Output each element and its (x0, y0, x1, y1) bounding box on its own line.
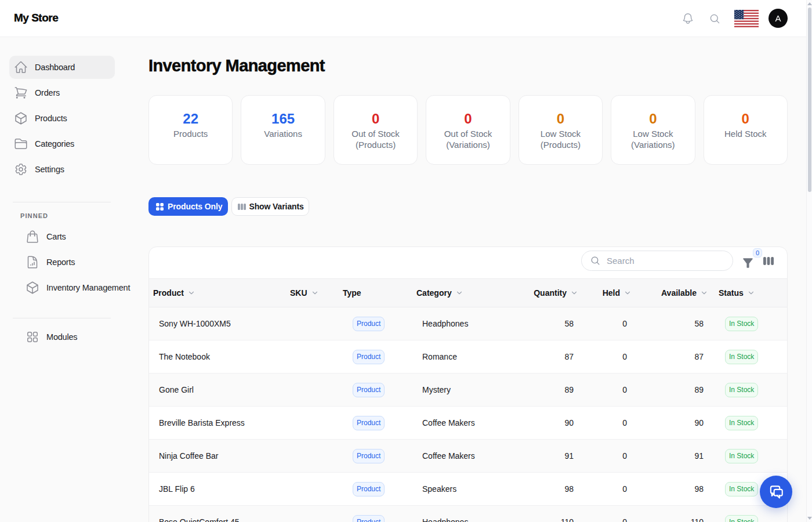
cell-available: 87 (633, 340, 709, 374)
cell-status: In Stock (709, 407, 787, 440)
column-header-label: Status (719, 288, 744, 298)
sidebar-item[interactable]: Dashboard (9, 56, 115, 79)
table-search-input[interactable] (607, 256, 723, 266)
sidebar-item-label: Products (35, 114, 67, 123)
stat-value: 0 (611, 111, 694, 127)
type-badge: Product (353, 350, 385, 364)
column-header-label: Product (153, 288, 184, 298)
sidebar-pinned-item-label: Carts (46, 232, 66, 241)
user-avatar[interactable]: A (768, 9, 788, 28)
page-scrollbar[interactable] (806, 0, 812, 522)
table-row[interactable]: Bose QuietComfort 45 Product Headphones … (149, 506, 787, 522)
stat-card: 0 Out of Stock (Variations) (426, 95, 510, 165)
status-badge: In Stock (725, 449, 758, 463)
scrollbar-down-arrow[interactable] (807, 517, 812, 520)
stat-value: 0 (704, 111, 787, 127)
sidebar-pinned-item[interactable]: Carts (9, 225, 115, 248)
products-only-button[interactable]: Products Only (148, 197, 228, 216)
cell-category: Coffee Makers (412, 407, 527, 440)
column-header[interactable]: Quantity (527, 279, 579, 307)
cell-status: In Stock (709, 340, 787, 374)
sidebar-divider-2 (13, 318, 111, 318)
cell-status: In Stock (709, 374, 787, 407)
stat-card: 0 Held Stock (704, 95, 788, 165)
stat-label: Variations (241, 128, 324, 139)
scrollbar-up-arrow[interactable] (807, 2, 812, 5)
sort-chevron-icon (624, 289, 632, 297)
sidebar-top-spacer (0, 37, 128, 53)
chat-fab-button[interactable] (760, 476, 792, 508)
table-row[interactable]: The Notebook Product Romance 87 0 87 In … (149, 340, 787, 374)
cell-sku (286, 407, 339, 440)
cell-available: 110 (633, 506, 709, 522)
column-header[interactable]: Held (579, 279, 633, 307)
stat-label: Low Stock (Products) (519, 128, 602, 150)
cell-quantity: 98 (527, 473, 579, 506)
sidebar-item[interactable]: Orders (9, 81, 115, 104)
sort-chevron-icon (311, 289, 319, 297)
sidebar-pinned-item-icon (26, 281, 39, 295)
column-header[interactable]: SKU (286, 279, 339, 307)
cell-category: Headphones (412, 307, 527, 340)
global-search-icon[interactable] (709, 13, 720, 24)
sidebar-item-icon (14, 162, 28, 176)
sidebar-pinned-item-icon (26, 255, 39, 269)
stat-value: 165 (241, 111, 324, 127)
sidebar-item[interactable]: Products (9, 107, 115, 130)
filter-icon[interactable] (741, 256, 755, 270)
cell-product: Sony WH-1000XM5 (149, 307, 286, 340)
table-row[interactable]: Ninja Coffee Bar Product Coffee Makers 9… (149, 440, 787, 473)
show-variants-button[interactable]: Show Variants (231, 197, 309, 216)
table-row[interactable]: JBL Flip 6 Product Speakers 98 0 98 In S… (149, 473, 787, 506)
sidebar-item-label: Dashboard (35, 63, 75, 72)
column-header-label: SKU (290, 288, 307, 298)
table-row[interactable]: Breville Barista Express Product Coffee … (149, 407, 787, 440)
table-toolbar: 0 (149, 247, 787, 278)
store-logo[interactable]: My Store (14, 12, 58, 24)
table-row[interactable]: Gone Girl Product Mystery 89 0 89 In Sto… (149, 374, 787, 407)
columns-icon[interactable] (763, 257, 774, 265)
status-badge: In Stock (725, 416, 758, 430)
sidebar-item[interactable]: Settings (9, 158, 115, 181)
stat-label: Products (149, 128, 232, 139)
sidebar-footer-item[interactable]: Modules (9, 325, 115, 349)
column-header[interactable]: Product (149, 279, 286, 307)
type-badge: Product (353, 317, 385, 331)
sort-chevron-icon (455, 289, 463, 297)
sidebar-pinned-item-icon (26, 230, 39, 244)
status-badge: In Stock (725, 482, 758, 496)
sidebar-pinned-item[interactable]: Inventory Management (9, 276, 115, 299)
cell-held: 0 (579, 506, 633, 522)
column-header[interactable]: Available (633, 279, 709, 307)
type-badge: Product (353, 515, 385, 522)
column-header[interactable]: Status (709, 279, 787, 307)
type-badge: Product (353, 416, 385, 430)
cell-available: 98 (633, 473, 709, 506)
sidebar-pinned-items: Carts Reports Inventory Management (0, 225, 128, 299)
cell-available: 58 (633, 307, 709, 340)
column-header[interactable]: Type (339, 279, 412, 307)
sort-chevron-icon (747, 289, 755, 297)
cell-type: Product (339, 340, 412, 374)
cell-held: 0 (579, 340, 633, 374)
cell-sku (286, 506, 339, 522)
cell-held: 0 (579, 307, 633, 340)
language-flag-us[interactable] (734, 10, 759, 27)
sidebar-item[interactable]: Categories (9, 132, 115, 155)
scrollbar-thumb[interactable] (808, 8, 811, 192)
cell-held: 0 (579, 374, 633, 407)
stat-card: 165 Variations (241, 95, 325, 165)
sidebar-pinned-item[interactable]: Reports (9, 251, 115, 274)
cell-quantity: 89 (527, 374, 579, 407)
avatar-initial: A (775, 13, 781, 23)
sidebar-pinned-item-label: Reports (46, 258, 75, 267)
products-only-label: Products Only (168, 202, 222, 211)
stat-label: Out of Stock (Products) (334, 128, 417, 150)
chat-bubbles-icon (767, 483, 785, 501)
cell-product: Bose QuietComfort 45 (149, 506, 286, 522)
notifications-bell-icon[interactable] (682, 12, 694, 25)
table-row[interactable]: Sony WH-1000XM5 Product Headphones 58 0 … (149, 307, 787, 340)
cell-category: Speakers (412, 473, 527, 506)
status-badge: In Stock (725, 317, 758, 331)
column-header[interactable]: Category (412, 279, 527, 307)
